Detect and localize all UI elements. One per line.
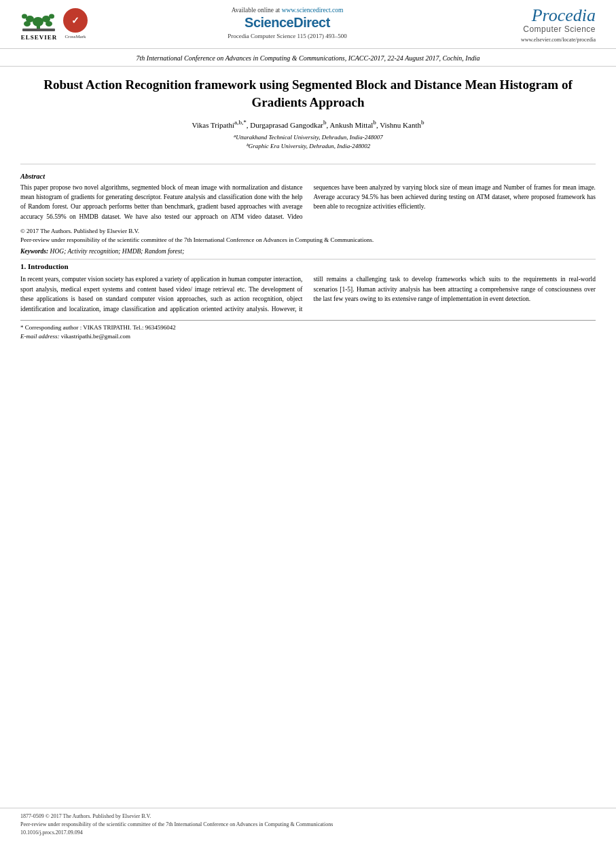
- affiliation-a: ᵃUttarakhand Technical University, Dehra…: [41, 133, 575, 143]
- abstract-label: Abstract: [20, 173, 596, 180]
- author-sup-a: a,b,*: [234, 119, 247, 126]
- article-title: Robust Action Recognition framework usin…: [41, 76, 575, 111]
- footnote-box: * Corresponding author : VIKAS TRIPATHI.…: [20, 320, 596, 342]
- journal-name: Procedia Computer Science 115 (2017) 493…: [101, 33, 473, 39]
- svg-point-6: [22, 14, 27, 19]
- body-content: Abstract This paper propose two novel al…: [0, 168, 616, 346]
- footer-peer-review: Peer-review under responsibility of the …: [20, 821, 596, 829]
- sciencedirect-header: Available online at www.sciencedirect.co…: [88, 7, 487, 39]
- author-sup-b3: b: [421, 119, 424, 126]
- crossmark-logo: ✓ CrossMark: [63, 8, 88, 39]
- svg-rect-8: [22, 29, 55, 31]
- copyright-text: © 2017 The Authors. Published by Elsevie…: [20, 227, 596, 245]
- svg-text:✓: ✓: [71, 16, 79, 26]
- procedia-logo: Procedia Computer Science www.elsevier.c…: [487, 7, 596, 43]
- author-names: Vikas Tripathia,b,*, Durgaprasad Gangodk…: [192, 121, 424, 129]
- footer-issn: 1877-0509 © 2017 The Authors. Published …: [20, 812, 596, 821]
- header: ELSEVIER ✓ CrossMark Available online at: [0, 0, 616, 49]
- divider-1: [20, 164, 596, 164]
- elsevier-text: ELSEVIER: [21, 34, 58, 41]
- keywords-line: Keywords: HOG; Activity recognition; HMD…: [20, 248, 596, 255]
- corresponding-author: * Corresponding author : VIKAS TRIPATHI.…: [20, 323, 596, 333]
- conference-line: 7th International Conference on Advances…: [0, 49, 616, 67]
- keywords-label: Keywords:: [20, 248, 48, 255]
- introduction-text: In recent years, computer vision society…: [20, 274, 596, 315]
- sciencedirect-url[interactable]: www.sciencedirect.com: [282, 7, 344, 14]
- elsevier-url: www.elsevier.com/locate/procedia: [487, 37, 596, 43]
- svg-point-4: [24, 21, 31, 26]
- affiliation-b: ᵇGraphic Era University, Dehradun, India…: [41, 142, 575, 151]
- introduction-section: 1. Introduction In recent years, compute…: [20, 262, 596, 315]
- svg-point-5: [46, 21, 52, 26]
- author-sup-b2: b: [373, 119, 376, 126]
- bottom-footer: 1877-0509 © 2017 The Authors. Published …: [0, 808, 616, 841]
- svg-point-7: [49, 14, 54, 19]
- email-label: E-mail address:: [20, 333, 59, 340]
- conference-text: 7th International Conference on Advances…: [137, 54, 480, 62]
- footer-doi: 10.1016/j.procs.2017.09.094: [20, 829, 596, 837]
- introduction-heading: 1. Introduction: [20, 262, 596, 270]
- author-sup-b1: b: [323, 119, 327, 126]
- affiliations: ᵃUttarakhand Technical University, Dehra…: [41, 133, 575, 151]
- article-title-area: Robust Action Recognition framework usin…: [0, 67, 616, 160]
- svg-point-1: [33, 17, 43, 26]
- copyright-block: © 2017 The Authors. Published by Elsevie…: [20, 227, 596, 245]
- computer-science-subtitle: Computer Science: [487, 24, 596, 34]
- email-line: E-mail address: vikastripathi.be@gmail.c…: [20, 332, 596, 342]
- crossmark-icon: ✓: [63, 8, 88, 33]
- elsevier-tree-icon: [20, 7, 58, 33]
- email-address: vikastripathi.be@gmail.com: [61, 333, 130, 340]
- procedia-title: Procedia: [487, 7, 596, 24]
- abstract-text: This paper propose two novel algorithms,…: [20, 183, 596, 221]
- elsevier-logo: ELSEVIER: [20, 7, 58, 41]
- abstract-section: Abstract This paper propose two novel al…: [20, 173, 596, 221]
- page: ELSEVIER ✓ CrossMark Available online at: [0, 0, 616, 841]
- available-online-text: Available online at www.sciencedirect.co…: [101, 7, 473, 14]
- logos-left: ELSEVIER ✓ CrossMark: [20, 7, 88, 41]
- keywords-text: HOG; Activity recognition; HMDB; Random …: [50, 248, 185, 255]
- divider-2: [20, 259, 596, 260]
- crossmark-label: CrossMark: [65, 34, 86, 39]
- sciencedirect-title: ScienceDirect: [101, 15, 473, 31]
- authors: Vikas Tripathia,b,*, Durgaprasad Gangodk…: [41, 119, 575, 129]
